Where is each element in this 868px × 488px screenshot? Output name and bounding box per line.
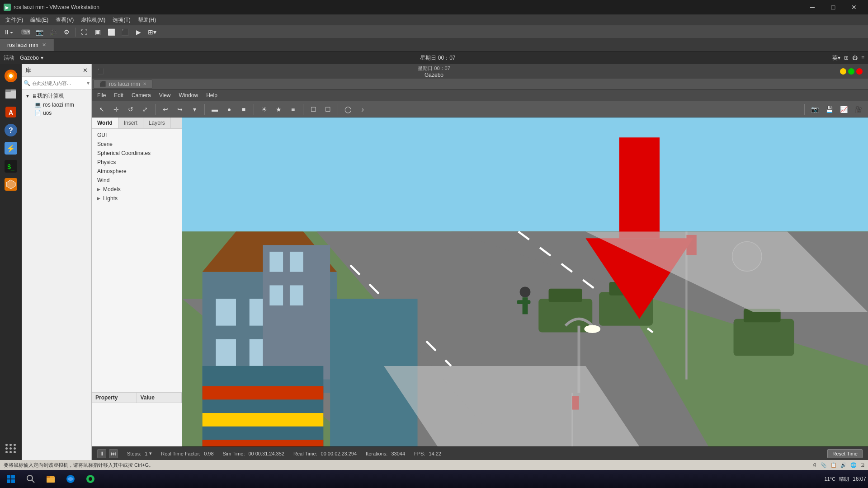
redo-btn[interactable]: ↪ [174,103,186,116]
gazebo-menu-window[interactable]: Window [175,91,202,99]
maximize-button[interactable]: □ [823,0,844,14]
rotate-tool-btn[interactable]: ↺ [124,103,137,116]
translate-tool-btn[interactable]: ✛ [110,103,123,116]
menu-edit[interactable]: 编辑(E) [27,15,52,25]
gazebo-menu-file[interactable]: File [94,91,109,99]
tab-ros[interactable]: ros laozi rnm ✕ [0,39,54,51]
gazebo-max-btn[interactable] [848,68,854,75]
screenshot-gz-btn[interactable]: 📷 [808,103,821,116]
sphere-btn[interactable]: ● [223,103,236,116]
plot-btn[interactable]: 📈 [837,103,850,116]
dock-cube[interactable] [3,176,19,192]
scale-tool-btn[interactable]: ⤢ [139,103,151,116]
dock-app-grid[interactable] [3,440,19,456]
gazebo-menu-arrow[interactable]: ▾ [41,55,43,61]
hint-icon6[interactable]: ⊡ [860,462,864,468]
dock-vscode[interactable]: ⚡ [3,140,19,156]
manage-btn[interactable]: ⊞▾ [146,26,158,38]
tree-uos[interactable]: 📄 uos [24,109,90,117]
taskbar-search[interactable] [22,471,40,487]
tree-wind[interactable]: Wind [92,176,182,185]
record-btn[interactable]: 🎥 [47,26,59,38]
send-keys-btn[interactable]: ⌨ [19,26,32,38]
menu-options[interactable]: 选项(T) [109,15,134,25]
full-screen-btn[interactable]: ⛶ [78,26,90,38]
minimize-button[interactable]: ─ [802,0,823,14]
library-search-input[interactable] [32,80,87,86]
hint-icon5[interactable]: 🌐 [850,462,857,468]
paste-btn[interactable]: ☐ [321,103,334,116]
tab-close-btn[interactable]: ✕ [143,81,146,86]
copy-btn[interactable]: ☐ [307,103,320,116]
tree-my-computer[interactable]: ▼ 🖥 我的计算机 [24,91,90,101]
taskbar-files[interactable] [42,471,60,487]
nav-btn2[interactable]: ♪ [356,103,369,116]
point-light-btn[interactable]: ☀ [258,103,270,116]
sim-pause-btn[interactable]: ⏸ [97,449,106,458]
screenshot-btn[interactable]: 📷 [33,26,46,38]
gazebo-menu-view[interactable]: View [156,91,175,99]
select-tool-btn[interactable]: ↖ [95,103,108,116]
search-dropdown-icon[interactable]: ▾ [87,80,90,86]
close-button[interactable]: ✕ [844,0,864,14]
dock-files[interactable] [3,86,19,102]
taskbar-browser[interactable] [61,471,80,487]
gazebo-vm-tab[interactable]: ⬛ ros laozi rnm ✕ [94,80,152,89]
vm-settings-btn[interactable]: ⚙ [60,26,73,38]
cylinder-btn[interactable]: ■ [237,103,250,116]
reset-time-btn[interactable]: Reset Time [827,449,863,458]
power-icon[interactable]: ⏻ [852,55,858,61]
hint-icon1[interactable]: 🖨 [812,462,817,468]
gazebo-menu-camera[interactable]: Camera [128,91,155,99]
hint-icon3[interactable]: 📋 [830,462,837,468]
menu-view[interactable]: 查看(V) [52,15,77,25]
menu-vm[interactable]: 虚拟机(M) [77,15,109,25]
quick-btn[interactable]: ⬜ [105,26,118,38]
sim-step-btn[interactable]: ⏭ [109,449,118,458]
activities-btn[interactable]: 活动 [4,54,14,62]
steps-dropdown[interactable]: ▾ [149,450,152,456]
redo-arrow-btn[interactable]: ▾ [188,103,201,116]
tree-gui[interactable]: GUI [92,131,182,140]
gazebo-menu-edit[interactable]: Edit [110,91,127,99]
nav-btn1[interactable]: ◯ [342,103,354,116]
gazebo-close-btn[interactable] [856,68,863,75]
unity-btn[interactable]: ▣ [91,26,104,38]
video-btn[interactable]: 🎥 [852,103,864,116]
dock-appstore[interactable]: A [3,104,19,120]
tab-close-icon[interactable]: ✕ [42,42,46,48]
viewport-3d[interactable] [182,117,868,446]
tree-models[interactable]: ▶ Models [92,185,182,194]
input-method-indicator[interactable]: 英▾ [832,54,840,62]
gazebo-menu-help[interactable]: Help [203,91,221,99]
hint-icon4[interactable]: 🔊 [840,462,847,468]
network-icon[interactable]: ⊞ [844,55,849,61]
dir-light-btn[interactable]: ≡ [287,103,299,116]
tree-atmosphere[interactable]: Atmosphere [92,167,182,176]
dock-firefox[interactable] [3,68,19,84]
undo-btn[interactable]: ↩ [159,103,172,116]
pause-btn[interactable]: ⏸▾ [2,26,14,38]
box-btn[interactable]: ▬ [208,103,221,116]
tree-lights[interactable]: ▶ Lights [92,194,182,203]
menu-help[interactable]: 帮助(H) [134,15,160,25]
spot-light-btn[interactable]: ★ [272,103,285,116]
taskbar-music[interactable] [81,471,99,487]
log-btn[interactable]: 💾 [823,103,835,116]
menu-file[interactable]: 文件(F) [2,15,27,25]
tree-ros-vm[interactable]: 💻 ros laozi rnm [24,101,90,109]
tree-spherical-coords[interactable]: Spherical Coordinates [92,149,182,158]
fit-btn[interactable]: ⬛ [118,26,131,38]
gazebo-min-btn[interactable] [840,68,846,75]
library-close[interactable]: ✕ [83,67,88,74]
console-btn[interactable]: ▶ [132,26,145,38]
tab-insert[interactable]: Insert [118,117,143,128]
tab-layers[interactable]: Layers [143,117,171,128]
tree-scene[interactable]: Scene [92,140,182,149]
taskbar-start[interactable] [2,471,20,487]
system-menu-icon[interactable]: ≡ [861,55,864,61]
tab-world[interactable]: World [92,117,118,128]
dock-help[interactable]: ? [3,122,19,138]
dock-terminal[interactable]: $_ [3,158,19,174]
hint-icon2[interactable]: 📎 [821,462,827,468]
